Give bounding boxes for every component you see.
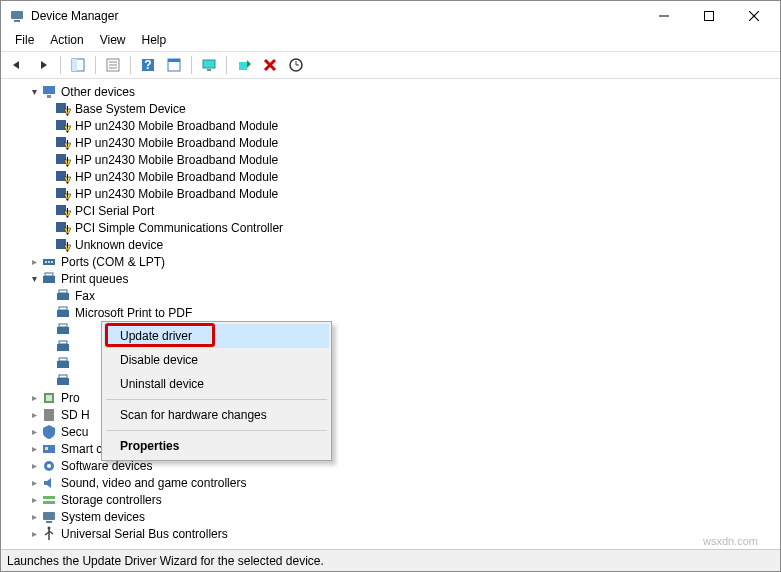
tree-node-hp-broadband-5[interactable]: ! HP un2430 Mobile Broadband Module xyxy=(9,185,780,202)
svg-rect-16 xyxy=(203,60,215,68)
warning-device-icon: ! xyxy=(55,101,71,117)
svg-point-71 xyxy=(48,526,51,529)
svg-text:!: ! xyxy=(66,155,69,168)
tree-node-storage[interactable]: Storage controllers xyxy=(9,491,780,508)
svg-text:!: ! xyxy=(66,104,69,117)
tree-label: Sound, video and game controllers xyxy=(61,476,246,490)
ctx-separator xyxy=(106,430,327,431)
ctx-label: Properties xyxy=(120,439,179,453)
svg-point-45 xyxy=(51,261,53,263)
close-button[interactable] xyxy=(731,1,776,31)
tree-node-system[interactable]: System devices xyxy=(9,508,780,525)
ctx-label: Uninstall device xyxy=(120,377,204,391)
chevron-right-icon[interactable] xyxy=(27,256,41,267)
chevron-down-icon[interactable] xyxy=(27,86,41,97)
tree-node-hp-broadband-3[interactable]: ! HP un2430 Mobile Broadband Module xyxy=(9,151,780,168)
tree-node-hp-broadband-2[interactable]: ! HP un2430 Mobile Broadband Module xyxy=(9,134,780,151)
tree-label: System devices xyxy=(61,510,145,524)
toolbar-update-button[interactable] xyxy=(284,53,308,77)
chevron-right-icon[interactable] xyxy=(27,494,41,505)
minimize-button[interactable] xyxy=(641,1,686,31)
ctx-disable-device[interactable]: Disable device xyxy=(104,348,329,372)
svg-point-44 xyxy=(48,261,50,263)
statusbar: Launches the Update Driver Wizard for th… xyxy=(1,549,780,571)
tree-label: PCI Serial Port xyxy=(75,204,154,218)
window-title: Device Manager xyxy=(31,9,641,23)
svg-point-43 xyxy=(45,261,47,263)
toolbar-uninstall-button[interactable] xyxy=(258,53,282,77)
chevron-right-icon[interactable] xyxy=(27,511,41,522)
tree-label: Pro xyxy=(61,391,80,405)
svg-text:!: ! xyxy=(66,206,69,219)
processor-icon xyxy=(41,390,57,406)
tree-node-usb[interactable]: Universal Serial Bus controllers xyxy=(9,525,780,542)
chevron-right-icon[interactable] xyxy=(27,392,41,403)
warning-device-icon: ! xyxy=(55,169,71,185)
tree-label: Fax xyxy=(75,289,95,303)
toolbar-help-button[interactable]: ? xyxy=(136,53,160,77)
tree-node-fax[interactable]: Fax xyxy=(9,287,780,304)
toolbar-monitor-button[interactable] xyxy=(197,53,221,77)
tree-label: Other devices xyxy=(61,85,135,99)
usb-icon xyxy=(41,526,57,542)
chevron-right-icon[interactable] xyxy=(27,477,41,488)
chevron-right-icon[interactable] xyxy=(27,409,41,420)
chevron-right-icon[interactable] xyxy=(27,460,41,471)
menu-view[interactable]: View xyxy=(92,31,134,51)
security-icon xyxy=(41,424,57,440)
toolbar-scan-button[interactable] xyxy=(232,53,256,77)
tree-node-other-devices[interactable]: Other devices xyxy=(9,83,780,100)
tree-node-ports[interactable]: Ports (COM & LPT) xyxy=(9,253,780,270)
chevron-right-icon[interactable] xyxy=(27,443,41,454)
svg-rect-30 xyxy=(56,154,66,164)
ctx-scan-changes[interactable]: Scan for hardware changes xyxy=(104,403,329,427)
chevron-down-icon[interactable] xyxy=(27,273,41,284)
toolbar-properties-button[interactable] xyxy=(101,53,125,77)
warning-device-icon: ! xyxy=(55,203,71,219)
warning-device-icon: ! xyxy=(55,220,71,236)
svg-rect-59 xyxy=(59,375,67,378)
tree-node-hp-broadband-1[interactable]: ! HP un2430 Mobile Broadband Module xyxy=(9,117,780,134)
svg-rect-55 xyxy=(59,341,67,344)
chevron-right-icon[interactable] xyxy=(27,528,41,539)
toolbar-show-tree-button[interactable] xyxy=(66,53,90,77)
menu-help[interactable]: Help xyxy=(134,31,175,51)
tree-node-pci-serial[interactable]: ! PCI Serial Port xyxy=(9,202,780,219)
svg-rect-62 xyxy=(44,409,54,421)
tree-node-unknown[interactable]: ! Unknown device xyxy=(9,236,780,253)
warning-device-icon: ! xyxy=(55,118,71,134)
tree-node-base-system[interactable]: ! Base System Device xyxy=(9,100,780,117)
tree-label: Ports (COM & LPT) xyxy=(61,255,165,269)
tree-node-sound[interactable]: Sound, video and game controllers xyxy=(9,474,780,491)
tree-node-pci-comm[interactable]: ! PCI Simple Communications Controller xyxy=(9,219,780,236)
toolbar-forward-button[interactable] xyxy=(31,53,55,77)
device-tree[interactable]: Other devices ! Base System Device ! HP … xyxy=(1,79,780,549)
toolbar-separator xyxy=(95,56,96,74)
ctx-label: Scan for hardware changes xyxy=(120,408,267,422)
toolbar-options-button[interactable] xyxy=(162,53,186,77)
tree-label: Secu xyxy=(61,425,88,439)
svg-rect-57 xyxy=(59,358,67,361)
toolbar-back-button[interactable] xyxy=(5,53,29,77)
tree-node-hp-broadband-4[interactable]: ! HP un2430 Mobile Broadband Module xyxy=(9,168,780,185)
toolbar-separator xyxy=(130,56,131,74)
sd-host-icon xyxy=(41,407,57,423)
svg-rect-32 xyxy=(56,171,66,181)
chevron-right-icon[interactable] xyxy=(27,426,41,437)
tree-node-print-queues[interactable]: Print queues xyxy=(9,270,780,287)
warning-device-icon: ! xyxy=(55,237,71,253)
svg-text:!: ! xyxy=(66,138,69,151)
maximize-button[interactable] xyxy=(686,1,731,31)
menu-action[interactable]: Action xyxy=(42,31,91,51)
ctx-uninstall-device[interactable]: Uninstall device xyxy=(104,372,329,396)
menu-file[interactable]: File xyxy=(7,31,42,51)
svg-text:!: ! xyxy=(66,223,69,236)
other-devices-icon xyxy=(41,84,57,100)
svg-text:!: ! xyxy=(66,240,69,253)
tree-node-print-pdf[interactable]: Microsoft Print to PDF xyxy=(9,304,780,321)
ctx-properties[interactable]: Properties xyxy=(104,434,329,458)
statusbar-text: Launches the Update Driver Wizard for th… xyxy=(7,554,774,568)
svg-rect-24 xyxy=(56,103,66,113)
printer-icon xyxy=(55,288,71,304)
svg-rect-61 xyxy=(46,395,52,401)
